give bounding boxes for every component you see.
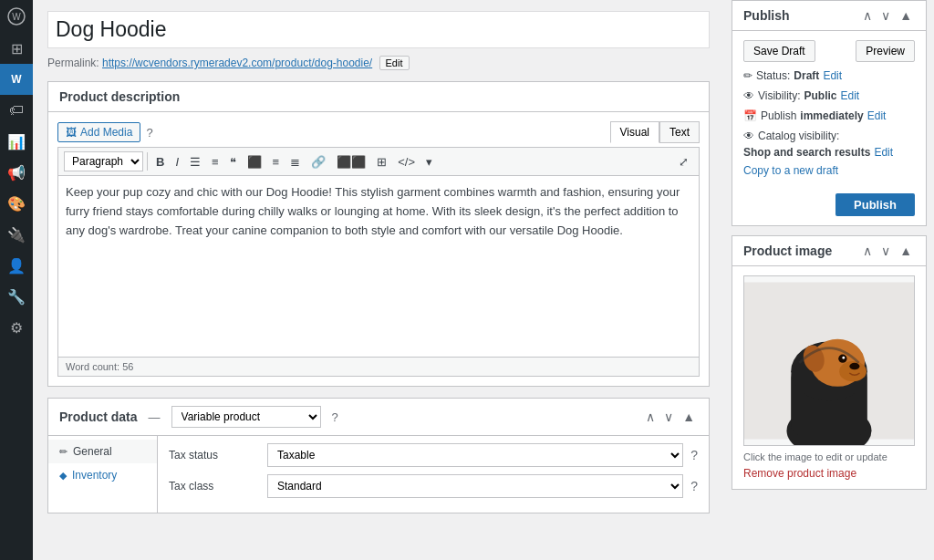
product-image-thumbnail[interactable] [743, 275, 915, 446]
align-left-button[interactable]: ⬛ [243, 153, 266, 171]
tax-class-select[interactable]: Standard Reduced rate Zero rate [267, 474, 683, 498]
editor-footer: Word count: 56 [57, 358, 700, 377]
product-data-down-button[interactable]: ∨ [661, 410, 676, 424]
description-header: Product description [48, 82, 709, 112]
product-data-label: Product data [59, 410, 138, 424]
sidebar-item-dashboard[interactable]: ⊞ [0, 33, 33, 64]
publish-up-button[interactable]: ∧ [860, 8, 875, 23]
editor-top-bar: 🖼 Add Media ? Visual Text [57, 121, 700, 143]
sidebar-item-products[interactable]: 🏷 [0, 95, 33, 126]
publish-timing-label: Publish [761, 109, 796, 122]
status-icon: ✏ [743, 69, 752, 82]
ordered-list-button[interactable]: ≡ [207, 153, 223, 171]
link-button[interactable]: 🔗 [306, 153, 330, 171]
table-button[interactable]: ⊞ [372, 153, 391, 171]
sidebar-item-users[interactable]: 👤 [0, 250, 33, 281]
svg-text:W: W [12, 12, 21, 22]
read-more-button[interactable]: ⬛⬛ [332, 153, 370, 171]
appearance-icon: 🎨 [7, 195, 26, 213]
code-button[interactable]: </> [393, 153, 420, 171]
marketing-icon: 📢 [7, 164, 26, 181]
remove-product-image-link[interactable]: Remove product image [743, 467, 856, 480]
nav-item-general[interactable]: ✏ General [48, 440, 157, 463]
status-label: Status: [756, 69, 790, 82]
description-body: 🖼 Add Media ? Visual Text Paragraph Head [48, 112, 709, 386]
permalink-label: Permalink: [47, 57, 99, 69]
status-edit-link[interactable]: Edit [823, 69, 842, 82]
product-image-up-button[interactable]: ∧ [860, 244, 875, 258]
blockquote-button[interactable]: ❝ [225, 153, 241, 171]
bold-button[interactable]: B [151, 153, 169, 171]
unordered-list-button[interactable]: ☰ [185, 153, 205, 171]
add-media-icon: 🖼 [66, 126, 77, 139]
add-media-button[interactable]: 🖼 Add Media [57, 122, 140, 142]
catalog-visibility-row: 👁 Catalog visibility: Shop and search re… [743, 130, 915, 159]
nav-general-label: General [73, 445, 112, 458]
italic-button[interactable]: I [171, 153, 183, 171]
product-type-select[interactable]: Variable product Simple product Grouped … [171, 406, 321, 428]
publish-box-header: Publish ∧ ∨ ▲ [732, 1, 926, 31]
catalog-label: Catalog visibility: [758, 130, 839, 142]
tab-visual[interactable]: Visual [610, 121, 659, 143]
save-draft-button[interactable]: Save Draft [743, 40, 815, 62]
visibility-value: Public [804, 89, 836, 102]
preview-button[interactable]: Preview [856, 40, 915, 62]
pencil-icon: ✏ [59, 446, 67, 458]
product-data-controls: ∧ ∨ ▲ [643, 410, 698, 424]
woo-icon: W [11, 73, 21, 86]
wp-logo[interactable]: W [0, 0, 33, 33]
description-help-icon[interactable]: ? [146, 126, 152, 140]
sidebar-item-appearance[interactable]: 🎨 [0, 188, 33, 219]
copy-draft-link[interactable]: Copy to a new draft [743, 164, 915, 177]
product-data-help-icon[interactable]: ? [332, 410, 338, 424]
permalink-edit-button[interactable]: Edit [379, 56, 410, 70]
product-image-header: Product image ∧ ∨ ▲ [732, 236, 926, 266]
permalink-url[interactable]: https://wcvendors.rymeradev2.com/product… [102, 57, 372, 69]
tax-class-help-icon[interactable]: ? [690, 479, 698, 493]
sidebar-item-tools[interactable]: 🔧 [0, 281, 33, 312]
product-data-nav: ✏ General ◆ Inventory [48, 436, 158, 513]
sidebar-item-settings[interactable]: ⚙ [0, 312, 33, 343]
product-image-svg [744, 276, 914, 445]
product-image-help-text: Click the image to edit or update [743, 451, 915, 462]
status-row: ✏ Status: Draft Edit [743, 69, 915, 82]
right-sidebar: Publish ∧ ∨ ▲ Save Draft Preview ✏ Statu… [724, 0, 934, 560]
toolbar-toggle-button[interactable]: ▾ [421, 153, 437, 171]
nav-item-inventory[interactable]: ◆ Inventory [48, 463, 157, 487]
tab-text[interactable]: Text [659, 121, 700, 143]
publish-button[interactable]: Publish [835, 193, 915, 216]
calendar-icon: 📅 [743, 109, 757, 122]
toolbar-separator-1 [147, 152, 148, 171]
product-image-down-button[interactable]: ∨ [878, 244, 893, 258]
align-right-button[interactable]: ≣ [285, 153, 305, 171]
svg-point-9 [849, 363, 859, 369]
align-center-button[interactable]: ≡ [268, 153, 285, 171]
tax-status-select[interactable]: Taxable Shipping only None [267, 443, 683, 467]
fullscreen-button[interactable]: ⤢ [674, 153, 693, 171]
tax-status-help-icon[interactable]: ? [690, 448, 698, 462]
paragraph-select[interactable]: Paragraph Heading 1 Heading 2 [64, 151, 143, 171]
publish-close-button[interactable]: ▲ [897, 8, 915, 23]
sidebar-item-marketing[interactable]: 📢 [0, 157, 33, 188]
sidebar-item-analytics[interactable]: 📊 [0, 126, 33, 157]
product-image-close-button[interactable]: ▲ [897, 244, 915, 258]
product-data-up-button[interactable]: ∧ [643, 410, 658, 424]
visibility-icon: 👁 [743, 89, 754, 102]
editor-content-area[interactable]: Keep your pup cozy and chic with our Dog… [57, 175, 700, 358]
visibility-edit-link[interactable]: Edit [840, 89, 859, 102]
product-data-close-button[interactable]: ▲ [680, 410, 698, 424]
catalog-value: Shop and search results [743, 146, 870, 159]
tax-status-label: Tax status [169, 449, 260, 461]
publish-timing-edit-link[interactable]: Edit [867, 109, 887, 122]
dashboard-icon: ⊞ [11, 40, 23, 57]
catalog-edit-link[interactable]: Edit [874, 146, 893, 159]
main-content: Permalink: https://wcvendors.rymeradev2.… [33, 0, 724, 560]
publish-down-button[interactable]: ∨ [878, 8, 893, 23]
page-title-input[interactable] [47, 11, 710, 48]
tax-class-row: Tax class Standard Reduced rate Zero rat… [169, 474, 698, 498]
publish-header-controls: ∧ ∨ ▲ [860, 8, 915, 23]
sidebar-item-woo[interactable]: W [0, 64, 33, 95]
publish-box-title: Publish [743, 8, 790, 23]
sidebar-item-plugins[interactable]: 🔌 [0, 219, 33, 250]
product-data-dash: — [149, 410, 161, 424]
